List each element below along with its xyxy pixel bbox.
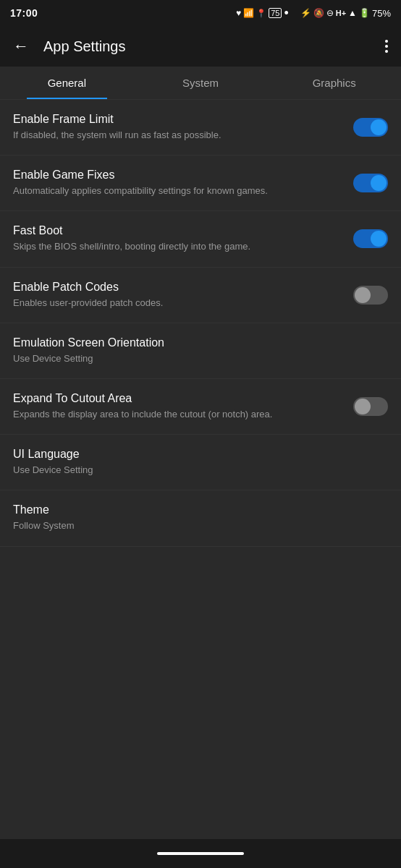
toggle-slider-patch-codes (353, 286, 388, 305)
battery-level: 75% (372, 8, 391, 19)
setting-title-screen-orientation: Emulation Screen Orientation (13, 336, 376, 349)
setting-item-frame-limit[interactable]: Enable Frame LimitIf disabled, the syste… (0, 100, 401, 156)
setting-desc-fast-boot: Skips the BIOS shell/intro, booting dire… (13, 240, 342, 253)
setting-title-frame-limit: Enable Frame Limit (13, 113, 342, 126)
heart-icon: ♥ (236, 8, 241, 18)
h-plus-icon: H+ (336, 9, 346, 17)
toggle-slider-fast-boot (353, 229, 388, 248)
bell-off-icon: 🔕 (313, 8, 324, 18)
badge-75-icon: 75 (269, 8, 282, 18)
setting-item-game-fixes[interactable]: Enable Game FixesAutomatically applies c… (0, 156, 401, 211)
setting-desc-theme: Follow System (13, 519, 376, 532)
setting-item-fast-boot[interactable]: Fast BootSkips the BIOS shell/intro, boo… (0, 211, 401, 267)
setting-item-screen-orientation[interactable]: Emulation Screen OrientationUse Device S… (0, 323, 401, 379)
more-options-button[interactable] (382, 37, 391, 56)
signal-icon: ▲ (348, 8, 357, 18)
setting-title-ui-language: UI Language (13, 448, 376, 461)
setting-title-patch-codes: Enable Patch Codes (13, 281, 342, 294)
status-icons: ♥ 📶 📍 75 • ⚡ 🔕 ⊖ H+ ▲ 🔋 75% (236, 7, 391, 20)
setting-item-cutout-area[interactable]: Expand To Cutout AreaExpands the display… (0, 379, 401, 435)
dot-1 (385, 40, 388, 43)
setting-text-game-fixes: Enable Game FixesAutomatically applies c… (13, 169, 353, 197)
setting-text-cutout-area: Expand To Cutout AreaExpands the display… (13, 392, 353, 421)
battery-icon: 🔋 (359, 8, 370, 18)
setting-text-theme: ThemeFollow System (13, 503, 388, 532)
toggle-cutout-area[interactable] (353, 397, 388, 416)
tab-bar: General System Graphics (0, 67, 401, 100)
toggle-knob-cutout-area (355, 399, 371, 414)
dot-2 (385, 45, 388, 48)
setting-text-screen-orientation: Emulation Screen OrientationUse Device S… (13, 336, 388, 365)
page-title: App Settings (43, 38, 371, 55)
setting-desc-screen-orientation: Use Device Setting (13, 352, 376, 365)
setting-item-ui-language[interactable]: UI LanguageUse Device Setting (0, 435, 401, 490)
settings-list: Enable Frame LimitIf disabled, the syste… (0, 100, 401, 839)
home-indicator (157, 852, 244, 855)
wifi-icon: 📶 (243, 8, 254, 18)
setting-title-fast-boot: Fast Boot (13, 224, 342, 237)
toggle-knob-game-fixes (371, 175, 387, 191)
setting-text-fast-boot: Fast BootSkips the BIOS shell/intro, boo… (13, 224, 353, 253)
setting-desc-cutout-area: Expands the display area to include the … (13, 408, 342, 421)
toggle-knob-fast-boot (371, 231, 387, 247)
setting-title-cutout-area: Expand To Cutout Area (13, 392, 342, 405)
setting-text-ui-language: UI LanguageUse Device Setting (13, 448, 388, 477)
dot-3 (385, 50, 388, 53)
tab-system[interactable]: System (134, 67, 268, 99)
bottom-bar (0, 839, 401, 868)
status-bar: 17:00 ♥ 📶 📍 75 • ⚡ 🔕 ⊖ H+ ▲ 🔋 75% (0, 0, 401, 26)
setting-desc-patch-codes: Enables user-provided patch codes. (13, 297, 342, 310)
setting-text-patch-codes: Enable Patch CodesEnables user-provided … (13, 281, 353, 310)
toggle-slider-frame-limit (353, 118, 388, 137)
setting-desc-frame-limit: If disabled, the system will run as fast… (13, 129, 342, 142)
toggle-frame-limit[interactable] (353, 118, 388, 137)
toggle-slider-game-fixes (353, 174, 388, 192)
setting-desc-game-fixes: Automatically applies compatibility sett… (13, 184, 342, 197)
setting-title-theme: Theme (13, 503, 376, 516)
setting-title-game-fixes: Enable Game Fixes (13, 169, 342, 182)
toggle-fast-boot[interactable] (353, 229, 388, 248)
status-time: 17:00 (10, 7, 38, 19)
back-button[interactable]: ← (10, 34, 32, 59)
tab-graphics[interactable]: Graphics (267, 67, 401, 99)
setting-item-patch-codes[interactable]: Enable Patch CodesEnables user-provided … (0, 268, 401, 323)
dot-icon: • (284, 7, 288, 20)
setting-text-frame-limit: Enable Frame LimitIf disabled, the syste… (13, 113, 353, 142)
minus-circle-icon: ⊖ (326, 8, 334, 18)
bluetooth-icon: ⚡ (300, 8, 311, 18)
toggle-game-fixes[interactable] (353, 174, 388, 192)
toggle-patch-codes[interactable] (353, 286, 388, 305)
tab-general[interactable]: General (0, 67, 134, 99)
toggle-knob-frame-limit (371, 119, 387, 135)
top-bar: ← App Settings (0, 26, 401, 67)
location-icon: 📍 (256, 9, 266, 18)
toggle-slider-cutout-area (353, 397, 388, 416)
setting-desc-ui-language: Use Device Setting (13, 464, 376, 477)
setting-item-theme[interactable]: ThemeFollow System (0, 490, 401, 546)
toggle-knob-patch-codes (355, 287, 371, 303)
